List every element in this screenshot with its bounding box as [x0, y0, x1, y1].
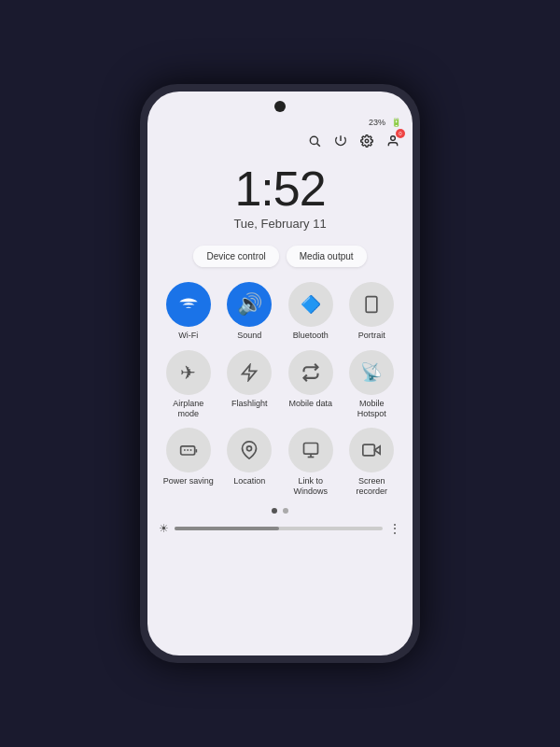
wifi-icon — [166, 282, 211, 327]
clock-date: Tue, February 11 — [233, 217, 326, 231]
quick-icons-row: 0 — [147, 131, 413, 155]
tile-mobile-data[interactable]: Mobile data — [285, 350, 337, 419]
svg-point-2 — [365, 139, 369, 143]
clock-time: 1:52 — [234, 164, 325, 213]
tile-hotspot[interactable]: 📡 Mobile Hotspot — [346, 350, 399, 419]
link-windows-label: Link to Windows — [285, 476, 337, 497]
screen-recorder-label: Screen recorder — [346, 476, 399, 497]
brightness-bar-container: ☀ ⋮ — [147, 517, 413, 542]
svg-line-1 — [317, 144, 320, 147]
search-icon[interactable] — [306, 133, 323, 149]
portrait-icon — [349, 282, 394, 327]
mobile-data-icon — [288, 350, 333, 395]
battery-status: 23% — [369, 118, 385, 127]
tile-sound[interactable]: 🔊 Sound — [224, 282, 276, 341]
flashlight-icon — [227, 350, 272, 395]
quick-buttons: Device control Media output — [147, 246, 413, 278]
svg-point-7 — [247, 446, 252, 451]
svg-point-0 — [310, 136, 317, 144]
dot-2 — [283, 508, 288, 514]
portrait-label: Portrait — [358, 331, 385, 341]
location-icon — [227, 428, 272, 472]
media-output-button[interactable]: Media output — [287, 246, 367, 267]
power-saving-label: Power saving — [163, 476, 214, 486]
wifi-label: Wi-Fi — [178, 331, 198, 341]
brightness-fill — [175, 527, 279, 530]
mobile-data-label: Mobile data — [288, 399, 332, 409]
notification-badge: 0 — [396, 129, 405, 138]
phone-screen: 23% 🔋 — [147, 92, 413, 655]
phone-outer: 23% 🔋 — [140, 84, 420, 663]
hotspot-label: Mobile Hotspot — [346, 399, 399, 419]
location-label: Location — [233, 476, 265, 486]
svg-marker-5 — [243, 364, 257, 380]
tiles-grid: Wi-Fi 🔊 Sound 🔷 Bluetooth — [147, 278, 413, 500]
screen-recorder-icon — [349, 428, 394, 472]
dot-1 — [272, 508, 277, 514]
airplane-icon: ✈ — [166, 350, 211, 395]
tile-flashlight[interactable]: Flashlight — [224, 350, 276, 419]
hotspot-icon: 📡 — [349, 350, 394, 395]
clock-section: 1:52 Tue, February 11 — [147, 155, 413, 246]
svg-point-3 — [391, 136, 396, 141]
page-dots — [147, 500, 413, 517]
tile-airplane[interactable]: ✈ Airplane mode — [162, 350, 215, 419]
power-saving-icon — [166, 428, 211, 472]
svg-rect-4 — [366, 297, 377, 313]
tile-wifi[interactable]: Wi-Fi — [162, 282, 215, 341]
sound-label: Sound — [237, 331, 261, 341]
power-icon[interactable] — [332, 133, 349, 149]
brightness-low-icon: ☀ — [159, 522, 169, 535]
svg-rect-10 — [363, 445, 375, 457]
brightness-bar[interactable] — [175, 527, 383, 530]
more-options-icon[interactable]: ⋮ — [388, 521, 401, 536]
settings-icon[interactable] — [358, 133, 375, 149]
camera-notch — [274, 101, 286, 112]
svg-rect-8 — [303, 444, 317, 455]
battery-icon: 🔋 — [391, 118, 401, 127]
tile-power-saving[interactable]: Power saving — [162, 428, 215, 497]
tile-screen-recorder[interactable]: Screen recorder — [346, 428, 399, 497]
bluetooth-label: Bluetooth — [293, 331, 329, 341]
bluetooth-icon: 🔷 — [288, 282, 333, 327]
tile-link-windows[interactable]: Link to Windows — [285, 428, 337, 497]
tile-location[interactable]: Location — [224, 428, 276, 497]
airplane-label: Airplane mode — [162, 399, 215, 419]
flashlight-label: Flashlight — [231, 399, 268, 409]
user-icon[interactable]: 0 — [385, 133, 401, 149]
tile-bluetooth[interactable]: 🔷 Bluetooth — [285, 282, 337, 341]
tile-portrait[interactable]: Portrait — [346, 282, 399, 341]
sound-icon: 🔊 — [227, 282, 272, 327]
device-control-button[interactable]: Device control — [193, 246, 278, 267]
svg-marker-9 — [375, 446, 381, 454]
link-windows-icon — [288, 428, 333, 472]
